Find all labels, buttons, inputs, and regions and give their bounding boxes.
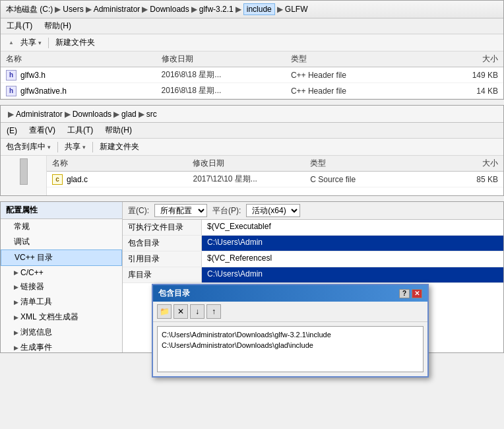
properties-left-panel: 配置属性 常规 调试 VC++ 目录 ▶ C/C++ ▶ 链接器 ▶ 清单工具: [1, 202, 123, 352]
tree-item-debug[interactable]: 调试: [1, 234, 122, 249]
menu-e-2[interactable]: (E): [5, 125, 19, 136]
tree-arrow-xml: ▶: [14, 314, 18, 321]
file-row-glfw3h[interactable]: h glfw3.h 2016\8\18 星期... C++ Header fil…: [1, 67, 503, 83]
tree-item-linker-label: 链接器: [20, 281, 44, 292]
panel2-sidebar: [1, 156, 47, 195]
tree-item-linker[interactable]: ▶ 链接器: [1, 279, 122, 294]
breadcrumb-item-p2-2[interactable]: glad: [121, 110, 137, 119]
menu-help-2[interactable]: 帮助(H): [103, 124, 134, 137]
file-table-header-1: 名称 修改日期 类型 大小: [1, 51, 503, 67]
tree-item-general[interactable]: 常规: [1, 219, 122, 234]
share-button-1[interactable]: 共享 ▾: [20, 37, 42, 48]
col-header-name-2[interactable]: 名称: [52, 158, 193, 169]
menu-view-2[interactable]: 查看(V): [27, 124, 57, 137]
share-label-2: 共享: [65, 141, 80, 152]
menu-tools-1[interactable]: 工具(T): [5, 20, 34, 32]
menu-help-1[interactable]: 帮助(H): [42, 20, 73, 32]
file-name-cell-1: h glfw3native.h: [6, 86, 162, 96]
breadcrumb-item-0[interactable]: 本地磁盘 (C:): [6, 4, 53, 15]
props-label-library: 库目录: [123, 267, 202, 282]
platform-combo[interactable]: 活动(x64): [246, 204, 300, 217]
config-combo[interactable]: 所有配置: [154, 204, 207, 217]
tree-item-browse-label: 浏览信息: [20, 327, 52, 338]
dialog-list-item-1[interactable]: C:\Users\Administrator\Downloads\glad\in…: [160, 340, 420, 350]
file-name-cell-0: h glfw3.h: [6, 70, 162, 81]
dialog-help-button[interactable]: ?: [399, 289, 410, 298]
file-type-gladc: C Source file: [310, 175, 427, 184]
tree-item-manifest[interactable]: ▶ 清单工具: [1, 294, 122, 310]
file-size-1: 14 KB: [420, 86, 498, 96]
props-row-reference[interactable]: 引用目录 $(VC_Referencesl: [123, 251, 503, 267]
file-row-gladc[interactable]: c glad.c 2017\12\10 星期... C Source file …: [47, 172, 503, 187]
file-date-gladc: 2017\12\10 星期...: [193, 174, 310, 185]
props-value-executable: $(VC_Executablef: [202, 220, 503, 235]
dialog-move-down-icon[interactable]: ↓: [190, 304, 205, 319]
file-name-cell-gladc: c glad.c: [52, 174, 193, 185]
tree-arrow-cpp: ▶: [14, 269, 18, 276]
dialog-list[interactable]: C:\Users\Administrator\Downloads\glfw-3.…: [157, 326, 424, 372]
scrollbar-thumb[interactable]: [20, 158, 28, 185]
tree-item-cpp-label: C/C++: [20, 268, 44, 277]
up-arrow-icon: ▲: [9, 40, 14, 46]
breadcrumb-item-6[interactable]: GLFW: [285, 5, 308, 14]
dialog-delete-icon[interactable]: ✕: [173, 304, 188, 319]
tree-arrow-browse: ▶: [14, 329, 18, 336]
tree-item-debug-label: 调试: [14, 236, 30, 248]
col-header-name-1[interactable]: 名称: [6, 53, 162, 65]
breadcrumb-item-p2-1[interactable]: Downloads: [73, 110, 111, 119]
col-header-type-2[interactable]: 类型: [310, 158, 427, 169]
col-header-date-2[interactable]: 修改日期: [193, 158, 310, 169]
menu-tools-2[interactable]: 工具(T): [65, 124, 95, 137]
file-type-0: C++ Header file: [291, 71, 420, 80]
breadcrumb-item-3[interactable]: Downloads: [150, 5, 189, 14]
tree-item-cpp[interactable]: ▶ C/C++: [1, 266, 122, 279]
include-library-button[interactable]: 包含到库中 ▾: [6, 141, 51, 152]
dialog-folder-icon[interactable]: 📁: [157, 304, 172, 319]
file-icon-h-1: h: [6, 86, 16, 96]
file-row-glfw3nativeh[interactable]: h glfw3native.h 2016\8\18 星期... C++ Head…: [1, 83, 503, 99]
breadcrumb-item-p2-3[interactable]: src: [146, 110, 157, 119]
props-value-reference: $(VC_Referencesl: [202, 251, 503, 267]
include-library-arrow: ▾: [47, 144, 51, 150]
col-header-size-2[interactable]: 大小: [427, 158, 498, 169]
col-header-type-1[interactable]: 类型: [291, 53, 420, 65]
tree-item-manifest-label: 清单工具: [20, 296, 52, 308]
breadcrumb-item-p2-0[interactable]: Administrator: [16, 110, 63, 119]
tree-item-build-events[interactable]: ▶ 生成事件: [1, 340, 122, 352]
toolbar-1: ▲ 共享 ▾ 新建文件夹: [1, 34, 503, 51]
menu-bar-2: (E) 查看(V) 工具(T) 帮助(H): [1, 123, 503, 139]
dialog-list-item-0[interactable]: C:\Users\Administrator\Downloads\glfw-3.…: [160, 329, 420, 340]
file-type-1: C++ Header file: [291, 86, 420, 96]
share-arrow-1: ▾: [38, 40, 42, 46]
tree-item-browse[interactable]: ▶ 浏览信息: [1, 325, 122, 340]
breadcrumb-item-2[interactable]: Administrator: [94, 5, 141, 14]
dialog-title: 包含目录: [158, 288, 190, 299]
tree-item-xml[interactable]: ▶ XML 文档生成器: [1, 310, 122, 325]
menu-bar-1: 工具(T) 帮助(H): [1, 18, 503, 34]
dialog-toolbar: 📁 ✕ ↓ ↑: [153, 302, 427, 322]
new-folder-button-2[interactable]: 新建文件夹: [100, 141, 139, 152]
breadcrumb-item-5[interactable]: include: [243, 3, 275, 15]
props-row-include[interactable]: 包含目录 C:\Users\Admin: [123, 236, 503, 251]
tree-item-vcpp-label: VC++ 目录: [15, 252, 53, 263]
props-row-executable[interactable]: 可执行文件目录 $(VC_Executablef: [123, 220, 503, 236]
share-button-2[interactable]: 共享 ▾: [65, 141, 86, 152]
col-header-size-1[interactable]: 大小: [420, 53, 498, 65]
breadcrumb-item-1[interactable]: Users: [63, 5, 83, 14]
file-icon-c: c: [52, 174, 63, 185]
props-label-executable: 可执行文件目录: [123, 220, 202, 235]
tree-arrow-linker: ▶: [14, 284, 18, 290]
breadcrumb-item-4[interactable]: glfw-3.2.1: [199, 5, 234, 14]
props-value-library: C:\Users\Admin: [202, 267, 503, 282]
include-dirs-dialog: 包含目录 ? ✕ 📁 ✕ ↓ ↑ C:\Users\Administrator\…: [152, 284, 429, 378]
file-name-0: glfw3.h: [20, 71, 46, 80]
dialog-move-up-icon[interactable]: ↑: [206, 304, 221, 319]
props-row-library[interactable]: 库目录 C:\Users\Admin: [123, 267, 503, 283]
col-header-date-1[interactable]: 修改日期: [162, 53, 291, 65]
file-date-0: 2016\8\18 星期...: [162, 69, 291, 81]
new-folder-label-1: 新建文件夹: [55, 37, 95, 48]
new-folder-button-1[interactable]: 新建文件夹: [55, 37, 95, 48]
file-table-2: 名称 修改日期 类型 大小 c glad.c 2017\12\10 星期... …: [47, 156, 503, 195]
tree-item-vcpp-dirs[interactable]: VC++ 目录: [1, 249, 122, 266]
dialog-close-button[interactable]: ✕: [412, 289, 422, 298]
